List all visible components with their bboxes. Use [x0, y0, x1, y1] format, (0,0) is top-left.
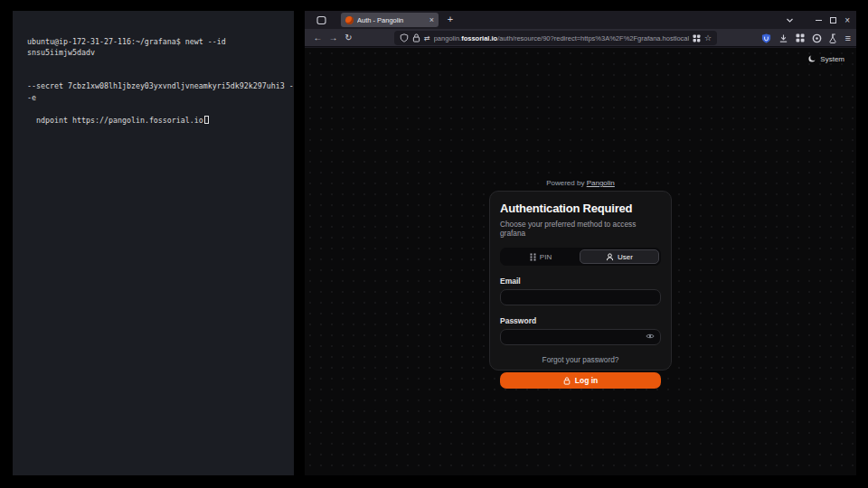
forward-icon[interactable]: →	[326, 33, 341, 42]
user-icon	[606, 253, 614, 261]
tab-user[interactable]: User	[580, 249, 659, 264]
theme-label: System	[820, 55, 844, 63]
bookmark-star-icon[interactable]: ☆	[704, 33, 712, 42]
powered-by: Powered by Pangolin	[305, 179, 856, 187]
email-field[interactable]	[500, 289, 661, 305]
permissions-arrows-icon[interactable]: ⇄	[424, 34, 430, 42]
url-text: pangolin.fossorial.io/auth/resource/90?r…	[434, 34, 689, 42]
card-title: Authentication Required	[500, 202, 661, 215]
list-all-tabs-icon[interactable]	[786, 16, 794, 24]
terminal-cursor	[204, 116, 209, 124]
tab-close-icon[interactable]: ×	[429, 15, 434, 24]
login-button-label: Log in	[575, 376, 599, 385]
reload-icon[interactable]: ↻	[341, 33, 356, 42]
navigation-bar: ← → ↻ ⇄ pangolin.fossorial.io/auth/resou…	[305, 29, 856, 47]
toolbar-extensions: ≡	[761, 29, 851, 47]
theme-toggle[interactable]: System	[807, 54, 844, 63]
auth-card: Authentication Required Choose your pref…	[489, 191, 672, 371]
password-field[interactable]	[500, 329, 661, 345]
shortcuts-grid-icon[interactable]	[693, 34, 701, 42]
maximize-icon[interactable]	[830, 17, 836, 23]
auth-page: System Powered by Pangolin Authenticatio…	[305, 48, 856, 475]
tab-pin[interactable]: PIN	[502, 249, 580, 264]
moon-icon	[807, 54, 816, 63]
pangolin-favicon	[345, 16, 354, 24]
terminal-line: --secret 7cbz1xw08lh1jbzey03yxvndljvneam…	[27, 80, 294, 103]
flask-extension-icon[interactable]	[829, 33, 838, 43]
tab-title: Auth - Pangolin	[357, 16, 426, 24]
card-subtitle: Choose your preferred method to access g…	[500, 220, 661, 238]
pangolin-link[interactable]: Pangolin	[587, 179, 615, 187]
lock-icon[interactable]	[412, 33, 420, 42]
terminal-window[interactable]: ubuntu@ip-172-31-27-116:~/grafana$ newt …	[13, 11, 294, 475]
back-icon[interactable]: ←	[310, 33, 326, 42]
shield-icon[interactable]	[400, 33, 409, 42]
close-window-icon[interactable]: ×	[844, 17, 850, 23]
auth-method-tabs: PIN User	[500, 248, 661, 266]
new-tab-button[interactable]: +	[444, 14, 457, 24]
terminal-line: ubuntu@ip-172-31-27-116:~/grafana$ newt …	[27, 36, 294, 59]
browser-window: Auth - Pangolin × + × ← → ↻ ⇄ pangolin.f…	[305, 11, 856, 475]
tab-pin-label: PIN	[540, 253, 552, 261]
downloads-icon[interactable]	[778, 33, 788, 43]
url-prefix: pangolin.	[434, 34, 461, 42]
circle-extension-icon[interactable]	[812, 33, 822, 43]
email-label: Email	[500, 277, 661, 286]
url-domain: fossorial.io	[461, 34, 497, 42]
keypad-icon	[530, 253, 536, 261]
password-label: Password	[500, 316, 661, 325]
tab-auth-pangolin[interactable]: Auth - Pangolin ×	[341, 13, 439, 27]
powered-by-text: Powered by	[546, 179, 584, 187]
extensions-grid-icon[interactable]	[796, 33, 805, 42]
show-password-icon[interactable]	[646, 333, 655, 340]
url-path: /auth/resource/90?redirect=https%3A%2F%2…	[497, 34, 689, 42]
password-wrapper	[500, 325, 661, 345]
firefox-view-icon[interactable]	[316, 15, 326, 25]
minimize-icon[interactable]	[816, 20, 822, 21]
menu-icon[interactable]: ≡	[845, 33, 851, 43]
window-controls: ×	[816, 17, 850, 23]
login-lock-icon	[563, 377, 571, 385]
forgot-password-link[interactable]: Forgot your password?	[500, 355, 661, 364]
address-bar[interactable]: ⇄ pangolin.fossorial.io/auth/resource/90…	[394, 31, 717, 45]
ublock-icon[interactable]	[761, 33, 771, 43]
login-button[interactable]: Log in	[500, 372, 661, 389]
tab-user-label: User	[618, 253, 633, 261]
terminal-line: ndpoint https://pangolin.fossorial.io	[36, 116, 203, 125]
tab-bar: Auth - Pangolin × + ×	[305, 11, 856, 29]
tabbar-right-controls: ×	[786, 11, 856, 29]
